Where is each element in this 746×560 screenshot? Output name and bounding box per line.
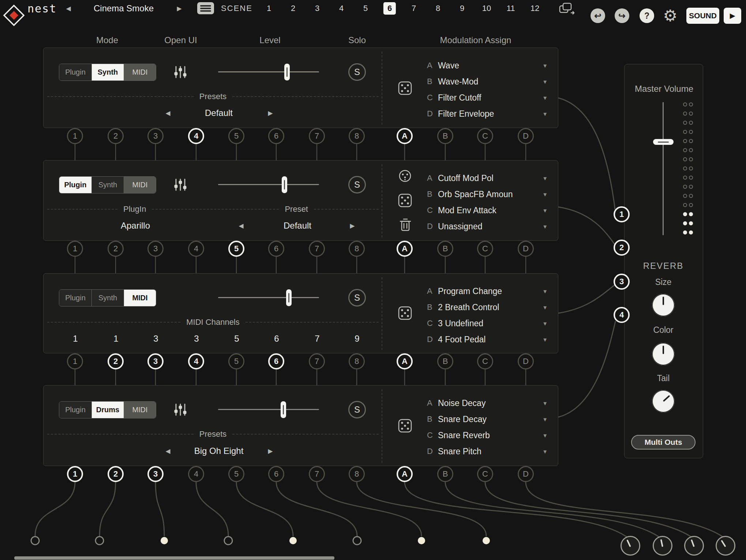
master-input-4[interactable]: 4 (614, 307, 630, 323)
output-jack-3-connected[interactable] (161, 537, 168, 544)
midi-channel-value[interactable]: 3 (194, 334, 199, 344)
dice-randomize-icon[interactable] (398, 193, 412, 207)
row1-step-4-active[interactable]: 4 (188, 128, 204, 144)
mod-assign-d[interactable]: D Snare Pitch ▼ (427, 445, 548, 458)
output-jack-1[interactable] (31, 536, 40, 545)
row3-step-4-active[interactable]: 4 (188, 353, 204, 369)
level-slider-track[interactable] (218, 297, 319, 298)
row2-mod-d[interactable]: D (518, 241, 534, 257)
row1-mod-d[interactable]: D (518, 128, 534, 144)
master-volume-handle[interactable] (653, 139, 674, 145)
row3-step-6-active[interactable]: 6 (268, 353, 284, 369)
solo-button[interactable]: S (348, 176, 366, 193)
row3-step-2-active[interactable]: 2 (108, 353, 124, 369)
solo-button[interactable]: S (348, 63, 366, 81)
preset-prev-button[interactable]: ◀ (165, 447, 170, 455)
mod-assign-b[interactable]: B Snare Decay ▼ (427, 413, 548, 426)
preset-next-button[interactable]: ▶ (350, 222, 355, 230)
master-volume-track[interactable] (663, 102, 664, 235)
mod-assign-b[interactable]: B Orb SpacFB Amoun ▼ (427, 188, 548, 201)
row1-step-2[interactable]: 2 (108, 128, 124, 144)
mod-assign-b[interactable]: B Wave-Mod ▼ (427, 75, 548, 88)
row4-step-4[interactable]: 4 (188, 466, 204, 482)
orb-macro-icon[interactable] (398, 169, 412, 183)
row2-step-1[interactable]: 1 (67, 241, 83, 257)
mod-assign-c[interactable]: C 3 Undefined ▼ (427, 317, 548, 330)
mode-synth-button[interactable]: Synth (91, 64, 124, 80)
reverb-tail-knob[interactable] (652, 390, 675, 413)
level-slider-track[interactable] (218, 71, 319, 72)
output-jack-7-connected[interactable] (418, 537, 425, 544)
row4-mod-c[interactable]: C (477, 466, 493, 482)
mod-out-knob-4[interactable] (716, 536, 735, 556)
reverb-color-knob[interactable] (652, 343, 675, 365)
row4-mod-b[interactable]: B (437, 466, 453, 482)
mod-assign-a[interactable]: A Program Change ▼ (427, 285, 548, 298)
mod-assign-a[interactable]: A Cutoff Mod Pol ▼ (427, 172, 548, 185)
mod-assign-c[interactable]: C Snare Reverb ▼ (427, 429, 548, 442)
row2-mod-a-active[interactable]: A (397, 241, 413, 257)
solo-button[interactable]: S (348, 289, 366, 307)
mod-out-knob-2[interactable] (653, 536, 672, 556)
row2-step-6[interactable]: 6 (268, 241, 284, 257)
solo-button[interactable]: S (348, 401, 366, 418)
row1-mod-c[interactable]: C (477, 128, 493, 144)
row3-mod-d[interactable]: D (518, 353, 534, 369)
row2-step-2[interactable]: 2 (108, 241, 124, 257)
row4-step-2-active[interactable]: 2 (108, 466, 124, 482)
row4-step-7[interactable]: 7 (309, 466, 325, 482)
row1-step-8[interactable]: 8 (349, 128, 365, 144)
mod-out-knob-3[interactable] (684, 536, 704, 556)
row2-step-4[interactable]: 4 (188, 241, 204, 257)
output-jack-5-connected[interactable] (289, 537, 297, 544)
mod-assign-a[interactable]: A Noise Decay ▼ (427, 396, 548, 410)
row1-step-1[interactable]: 1 (67, 128, 83, 144)
open-ui-icon[interactable] (173, 64, 188, 80)
midi-channel-value[interactable]: 1 (113, 334, 118, 344)
row2-step-7[interactable]: 7 (309, 241, 325, 257)
midi-channel-value[interactable]: 1 (73, 334, 78, 344)
row4-step-1-active[interactable]: 1 (67, 466, 83, 482)
mode-midi-button[interactable]: MIDI (124, 402, 156, 418)
dice-randomize-icon[interactable] (398, 419, 412, 433)
midi-channel-value[interactable]: 9 (355, 334, 359, 344)
reverb-size-knob[interactable] (652, 294, 675, 316)
row4-mod-d[interactable]: D (518, 466, 534, 482)
mode-drums-button[interactable]: Drums (91, 402, 124, 418)
mode-plugin-button[interactable]: Plugin (59, 402, 91, 418)
row1-step-7[interactable]: 7 (309, 128, 325, 144)
mode-synth-button[interactable]: Synth (91, 290, 124, 306)
midi-channel-value[interactable]: 3 (153, 334, 158, 344)
row1-step-5[interactable]: 5 (228, 128, 244, 144)
preset-prev-button[interactable]: ◀ (165, 109, 170, 117)
level-slider-handle[interactable] (284, 64, 290, 80)
open-ui-icon[interactable] (173, 177, 188, 192)
midi-channel-value[interactable]: 5 (234, 334, 239, 344)
mode-midi-button[interactable]: MIDI (124, 177, 156, 193)
mod-assign-c[interactable]: C Filter Cutoff ▼ (427, 91, 548, 104)
row4-step-6[interactable]: 6 (268, 466, 284, 482)
midi-channel-value[interactable]: 7 (315, 334, 319, 344)
master-input-1[interactable]: 1 (614, 206, 630, 222)
row3-mod-c[interactable]: C (477, 353, 493, 369)
mod-assign-a[interactable]: A Wave ▼ (427, 59, 548, 72)
mod-assign-b[interactable]: B 2 Breath Control ▼ (427, 301, 548, 314)
level-slider-handle[interactable] (286, 289, 292, 306)
preset-next-button[interactable]: ▶ (268, 447, 273, 455)
level-slider-handle[interactable] (282, 176, 287, 193)
row3-step-1[interactable]: 1 (67, 353, 83, 369)
level-slider-handle[interactable] (281, 401, 286, 418)
row2-mod-b[interactable]: B (437, 241, 453, 257)
row1-step-3[interactable]: 3 (147, 128, 164, 144)
row3-mod-a-active[interactable]: A (397, 353, 413, 369)
output-jack-8-connected[interactable] (483, 537, 490, 544)
output-jack-6[interactable] (353, 536, 362, 545)
row4-step-3-active[interactable]: 3 (147, 466, 164, 482)
mode-plugin-button[interactable]: Plugin (59, 177, 91, 193)
mode-plugin-button[interactable]: Plugin (59, 290, 91, 306)
row4-step-5[interactable]: 5 (228, 466, 244, 482)
mod-assign-d[interactable]: D 4 Foot Pedal ▼ (427, 333, 548, 346)
row2-step-3[interactable]: 3 (147, 241, 164, 257)
row3-step-7[interactable]: 7 (309, 353, 325, 369)
row3-step-8[interactable]: 8 (349, 353, 365, 369)
